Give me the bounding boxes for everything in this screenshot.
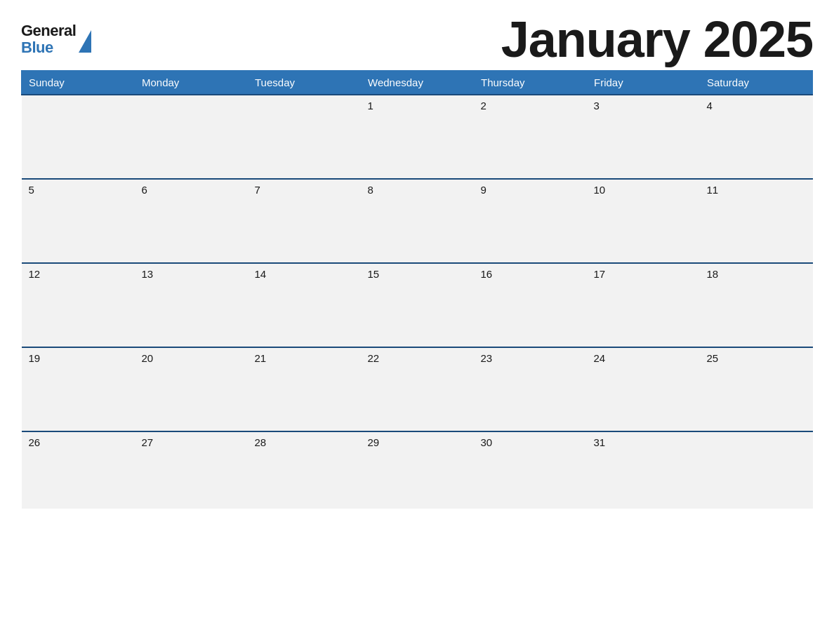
day-number: 25: [707, 352, 719, 364]
calendar-cell: 4: [700, 95, 813, 179]
calendar: Sunday Monday Tuesday Wednesday Thursday…: [21, 70, 813, 509]
calendar-cell: 1: [361, 95, 474, 179]
calendar-cell: 22: [361, 347, 474, 431]
calendar-cell: 19: [22, 347, 135, 431]
day-number: 9: [481, 184, 486, 196]
day-number: 15: [368, 268, 380, 280]
day-number: 18: [707, 268, 719, 280]
day-number: 11: [707, 184, 719, 196]
day-number: 31: [594, 436, 606, 448]
day-number: 23: [481, 352, 493, 364]
header-wednesday: Wednesday: [361, 71, 474, 95]
days-header-row: Sunday Monday Tuesday Wednesday Thursday…: [22, 71, 813, 95]
day-number: 4: [707, 100, 713, 112]
header-saturday: Saturday: [700, 71, 813, 95]
calendar-cell: 11: [700, 179, 813, 263]
header: General Blue January 2025: [21, 14, 813, 65]
day-number: 21: [255, 352, 267, 364]
month-title: January 2025: [501, 14, 813, 65]
calendar-cell: 20: [135, 347, 248, 431]
calendar-cell: [248, 95, 361, 179]
header-friday: Friday: [587, 71, 700, 95]
day-number: 28: [255, 436, 267, 448]
calendar-cell: 23: [474, 347, 587, 431]
calendar-cell: [135, 95, 248, 179]
calendar-cell: [700, 431, 813, 509]
day-number: 7: [255, 184, 260, 196]
calendar-cell: 2: [474, 95, 587, 179]
calendar-week-row: 19202122232425: [22, 347, 813, 431]
calendar-cell: 13: [135, 263, 248, 347]
calendar-cell: 3: [587, 95, 700, 179]
calendar-cell: 15: [361, 263, 474, 347]
day-number: 3: [594, 100, 600, 112]
calendar-cell: 29: [361, 431, 474, 509]
day-number: 29: [368, 436, 380, 448]
day-number: 24: [594, 352, 606, 364]
logo-blue: Blue: [21, 39, 76, 56]
calendar-cell: 31: [587, 431, 700, 509]
logo-text: General Blue: [21, 22, 76, 56]
calendar-week-row: 567891011: [22, 179, 813, 263]
header-sunday: Sunday: [22, 71, 135, 95]
page: General Blue January 2025 Sunday Monday …: [0, 0, 834, 644]
day-number: 14: [255, 268, 267, 280]
calendar-cell: 7: [248, 179, 361, 263]
day-number: 19: [29, 352, 41, 364]
calendar-week-row: 1234: [22, 95, 813, 179]
day-number: 13: [142, 268, 154, 280]
calendar-cell: 28: [248, 431, 361, 509]
day-number: 2: [481, 100, 486, 112]
day-number: 27: [142, 436, 154, 448]
calendar-cell: 10: [587, 179, 700, 263]
day-number: 16: [481, 268, 493, 280]
calendar-cell: 24: [587, 347, 700, 431]
calendar-cell: 6: [135, 179, 248, 263]
day-number: 30: [481, 436, 493, 448]
day-number: 5: [29, 184, 34, 196]
calendar-cell: 17: [587, 263, 700, 347]
calendar-week-row: 12131415161718: [22, 263, 813, 347]
day-number: 6: [142, 184, 147, 196]
header-thursday: Thursday: [474, 71, 587, 95]
day-number: 8: [368, 184, 373, 196]
calendar-cell: [22, 95, 135, 179]
day-number: 1: [368, 100, 373, 112]
calendar-cell: 27: [135, 431, 248, 509]
day-number: 20: [142, 352, 154, 364]
day-number: 10: [594, 184, 606, 196]
header-tuesday: Tuesday: [248, 71, 361, 95]
logo: General Blue: [21, 22, 91, 56]
day-number: 22: [368, 352, 380, 364]
day-number: 26: [29, 436, 41, 448]
calendar-cell: 14: [248, 263, 361, 347]
logo-general: General: [21, 22, 76, 39]
calendar-cell: 12: [22, 263, 135, 347]
calendar-cell: 25: [700, 347, 813, 431]
calendar-cell: 8: [361, 179, 474, 263]
header-monday: Monday: [135, 71, 248, 95]
calendar-cell: 30: [474, 431, 587, 509]
calendar-cell: 26: [22, 431, 135, 509]
calendar-cell: 16: [474, 263, 587, 347]
calendar-cell: 9: [474, 179, 587, 263]
calendar-cell: 21: [248, 347, 361, 431]
day-number: 17: [594, 268, 606, 280]
calendar-cell: 18: [700, 263, 813, 347]
calendar-cell: 5: [22, 179, 135, 263]
day-number: 12: [29, 268, 41, 280]
logo-triangle-icon: [79, 30, 91, 53]
calendar-week-row: 262728293031: [22, 431, 813, 509]
